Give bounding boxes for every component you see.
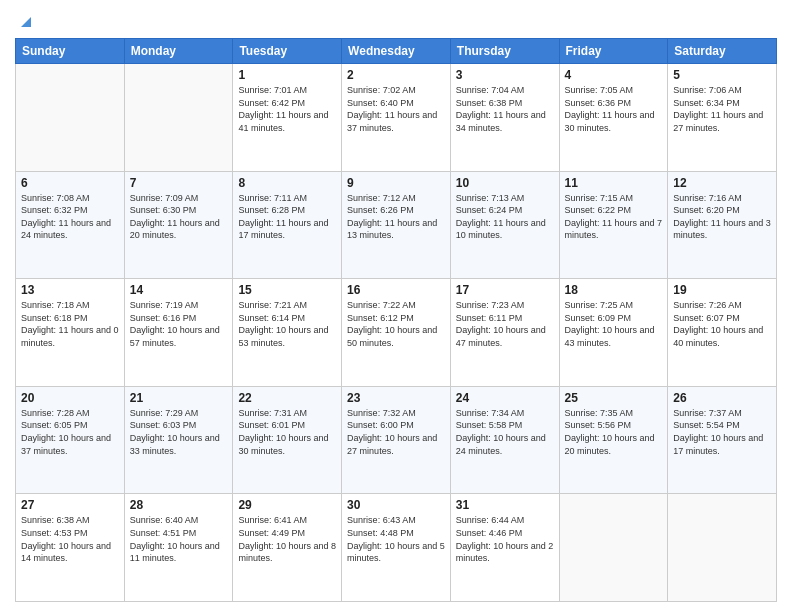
day-info: Sunrise: 6:40 AM Sunset: 4:51 PM Dayligh…	[130, 514, 228, 564]
day-info: Sunrise: 7:28 AM Sunset: 6:05 PM Dayligh…	[21, 407, 119, 457]
day-number: 2	[347, 68, 445, 82]
day-number: 14	[130, 283, 228, 297]
day-info: Sunrise: 7:12 AM Sunset: 6:26 PM Dayligh…	[347, 192, 445, 242]
day-number: 9	[347, 176, 445, 190]
calendar-cell: 15Sunrise: 7:21 AM Sunset: 6:14 PM Dayli…	[233, 279, 342, 387]
calendar-cell	[124, 64, 233, 172]
day-number: 18	[565, 283, 663, 297]
day-number: 6	[21, 176, 119, 190]
day-number: 15	[238, 283, 336, 297]
day-number: 11	[565, 176, 663, 190]
svg-marker-0	[21, 17, 31, 27]
day-info: Sunrise: 7:21 AM Sunset: 6:14 PM Dayligh…	[238, 299, 336, 349]
day-info: Sunrise: 6:41 AM Sunset: 4:49 PM Dayligh…	[238, 514, 336, 564]
calendar-week-2: 13Sunrise: 7:18 AM Sunset: 6:18 PM Dayli…	[16, 279, 777, 387]
day-info: Sunrise: 6:44 AM Sunset: 4:46 PM Dayligh…	[456, 514, 554, 564]
weekday-header-monday: Monday	[124, 39, 233, 64]
day-info: Sunrise: 7:16 AM Sunset: 6:20 PM Dayligh…	[673, 192, 771, 242]
calendar-cell: 12Sunrise: 7:16 AM Sunset: 6:20 PM Dayli…	[668, 171, 777, 279]
day-info: Sunrise: 7:31 AM Sunset: 6:01 PM Dayligh…	[238, 407, 336, 457]
calendar-cell	[668, 494, 777, 602]
calendar-cell: 8Sunrise: 7:11 AM Sunset: 6:28 PM Daylig…	[233, 171, 342, 279]
weekday-header-sunday: Sunday	[16, 39, 125, 64]
calendar-cell: 4Sunrise: 7:05 AM Sunset: 6:36 PM Daylig…	[559, 64, 668, 172]
day-number: 20	[21, 391, 119, 405]
day-number: 23	[347, 391, 445, 405]
day-number: 12	[673, 176, 771, 190]
day-number: 30	[347, 498, 445, 512]
calendar-cell: 25Sunrise: 7:35 AM Sunset: 5:56 PM Dayli…	[559, 386, 668, 494]
calendar-cell: 24Sunrise: 7:34 AM Sunset: 5:58 PM Dayli…	[450, 386, 559, 494]
calendar-cell: 21Sunrise: 7:29 AM Sunset: 6:03 PM Dayli…	[124, 386, 233, 494]
calendar-cell: 26Sunrise: 7:37 AM Sunset: 5:54 PM Dayli…	[668, 386, 777, 494]
calendar-cell: 18Sunrise: 7:25 AM Sunset: 6:09 PM Dayli…	[559, 279, 668, 387]
calendar-cell	[16, 64, 125, 172]
calendar-cell: 10Sunrise: 7:13 AM Sunset: 6:24 PM Dayli…	[450, 171, 559, 279]
calendar-cell	[559, 494, 668, 602]
logo-main	[15, 10, 35, 32]
calendar-cell: 19Sunrise: 7:26 AM Sunset: 6:07 PM Dayli…	[668, 279, 777, 387]
calendar-cell: 7Sunrise: 7:09 AM Sunset: 6:30 PM Daylig…	[124, 171, 233, 279]
day-number: 10	[456, 176, 554, 190]
day-info: Sunrise: 7:19 AM Sunset: 6:16 PM Dayligh…	[130, 299, 228, 349]
day-number: 1	[238, 68, 336, 82]
day-number: 21	[130, 391, 228, 405]
day-number: 16	[347, 283, 445, 297]
day-number: 28	[130, 498, 228, 512]
calendar-week-3: 20Sunrise: 7:28 AM Sunset: 6:05 PM Dayli…	[16, 386, 777, 494]
day-number: 25	[565, 391, 663, 405]
day-number: 19	[673, 283, 771, 297]
day-number: 31	[456, 498, 554, 512]
calendar-cell: 22Sunrise: 7:31 AM Sunset: 6:01 PM Dayli…	[233, 386, 342, 494]
day-number: 17	[456, 283, 554, 297]
weekday-header-wednesday: Wednesday	[342, 39, 451, 64]
day-number: 4	[565, 68, 663, 82]
day-info: Sunrise: 7:35 AM Sunset: 5:56 PM Dayligh…	[565, 407, 663, 457]
weekday-header-tuesday: Tuesday	[233, 39, 342, 64]
day-info: Sunrise: 7:15 AM Sunset: 6:22 PM Dayligh…	[565, 192, 663, 242]
day-info: Sunrise: 6:43 AM Sunset: 4:48 PM Dayligh…	[347, 514, 445, 564]
calendar-cell: 31Sunrise: 6:44 AM Sunset: 4:46 PM Dayli…	[450, 494, 559, 602]
calendar-cell: 16Sunrise: 7:22 AM Sunset: 6:12 PM Dayli…	[342, 279, 451, 387]
day-number: 26	[673, 391, 771, 405]
day-number: 5	[673, 68, 771, 82]
calendar-cell: 27Sunrise: 6:38 AM Sunset: 4:53 PM Dayli…	[16, 494, 125, 602]
day-number: 22	[238, 391, 336, 405]
day-info: Sunrise: 7:05 AM Sunset: 6:36 PM Dayligh…	[565, 84, 663, 134]
day-number: 13	[21, 283, 119, 297]
day-info: Sunrise: 7:06 AM Sunset: 6:34 PM Dayligh…	[673, 84, 771, 134]
calendar-table: SundayMondayTuesdayWednesdayThursdayFrid…	[15, 38, 777, 602]
weekday-header-saturday: Saturday	[668, 39, 777, 64]
day-info: Sunrise: 7:13 AM Sunset: 6:24 PM Dayligh…	[456, 192, 554, 242]
calendar-cell: 5Sunrise: 7:06 AM Sunset: 6:34 PM Daylig…	[668, 64, 777, 172]
day-info: Sunrise: 7:08 AM Sunset: 6:32 PM Dayligh…	[21, 192, 119, 242]
calendar-week-4: 27Sunrise: 6:38 AM Sunset: 4:53 PM Dayli…	[16, 494, 777, 602]
logo	[15, 10, 35, 30]
day-number: 29	[238, 498, 336, 512]
day-number: 27	[21, 498, 119, 512]
day-info: Sunrise: 7:11 AM Sunset: 6:28 PM Dayligh…	[238, 192, 336, 242]
day-info: Sunrise: 7:23 AM Sunset: 6:11 PM Dayligh…	[456, 299, 554, 349]
logo-icon	[17, 13, 35, 31]
calendar-header-row: SundayMondayTuesdayWednesdayThursdayFrid…	[16, 39, 777, 64]
day-info: Sunrise: 7:22 AM Sunset: 6:12 PM Dayligh…	[347, 299, 445, 349]
calendar-cell: 13Sunrise: 7:18 AM Sunset: 6:18 PM Dayli…	[16, 279, 125, 387]
calendar-week-1: 6Sunrise: 7:08 AM Sunset: 6:32 PM Daylig…	[16, 171, 777, 279]
day-info: Sunrise: 7:04 AM Sunset: 6:38 PM Dayligh…	[456, 84, 554, 134]
day-number: 24	[456, 391, 554, 405]
day-info: Sunrise: 6:38 AM Sunset: 4:53 PM Dayligh…	[21, 514, 119, 564]
day-info: Sunrise: 7:26 AM Sunset: 6:07 PM Dayligh…	[673, 299, 771, 349]
calendar-cell: 1Sunrise: 7:01 AM Sunset: 6:42 PM Daylig…	[233, 64, 342, 172]
calendar-cell: 9Sunrise: 7:12 AM Sunset: 6:26 PM Daylig…	[342, 171, 451, 279]
weekday-header-friday: Friday	[559, 39, 668, 64]
calendar-cell: 30Sunrise: 6:43 AM Sunset: 4:48 PM Dayli…	[342, 494, 451, 602]
calendar-cell: 29Sunrise: 6:41 AM Sunset: 4:49 PM Dayli…	[233, 494, 342, 602]
calendar-cell: 2Sunrise: 7:02 AM Sunset: 6:40 PM Daylig…	[342, 64, 451, 172]
day-info: Sunrise: 7:18 AM Sunset: 6:18 PM Dayligh…	[21, 299, 119, 349]
calendar-week-0: 1Sunrise: 7:01 AM Sunset: 6:42 PM Daylig…	[16, 64, 777, 172]
day-info: Sunrise: 7:09 AM Sunset: 6:30 PM Dayligh…	[130, 192, 228, 242]
day-info: Sunrise: 7:32 AM Sunset: 6:00 PM Dayligh…	[347, 407, 445, 457]
calendar-cell: 11Sunrise: 7:15 AM Sunset: 6:22 PM Dayli…	[559, 171, 668, 279]
calendar-cell: 14Sunrise: 7:19 AM Sunset: 6:16 PM Dayli…	[124, 279, 233, 387]
day-info: Sunrise: 7:02 AM Sunset: 6:40 PM Dayligh…	[347, 84, 445, 134]
